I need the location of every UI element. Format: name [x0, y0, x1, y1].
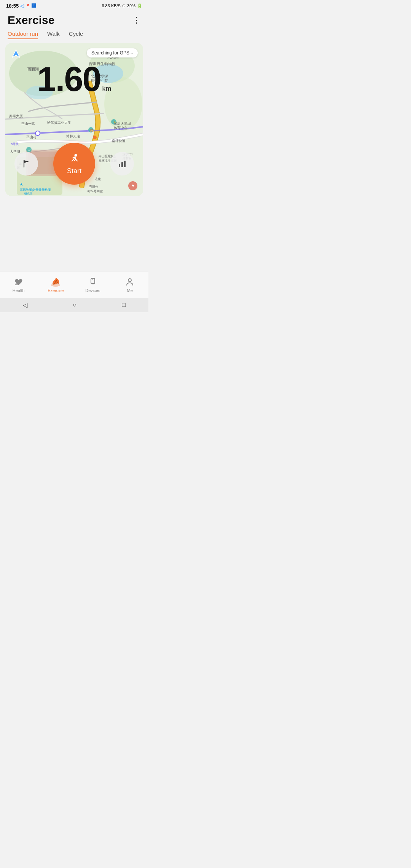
devices-label: Devices: [85, 288, 100, 293]
status-bar: 18:55 ◁ 📍 🅿 6.83 KB/S ⊖ 39% 🔋: [0, 0, 148, 11]
battery-level: 39%: [127, 3, 135, 8]
svg-text:平山一路: 平山一路: [21, 122, 35, 126]
svg-marker-48: [12, 50, 20, 57]
svg-text:🏃: 🏃: [113, 121, 117, 124]
recents-button[interactable]: □: [122, 302, 126, 308]
tab-outdoor-run[interactable]: Outdoor run: [8, 30, 38, 39]
svg-text:哈尔滨工业大学: 哈尔滨工业大学: [47, 121, 71, 124]
network-speed: 6.83 KB/S: [102, 3, 121, 8]
flag-button[interactable]: [14, 152, 38, 176]
app-icon: 🅿: [32, 3, 36, 8]
header: Exercise ⋮: [0, 11, 148, 30]
location-arrow-icon: [11, 48, 21, 59]
svg-text:有限公: 有限公: [89, 185, 98, 188]
svg-rect-46: [121, 162, 123, 167]
battery-icon: ⊖: [122, 3, 126, 8]
distance-value: 1.60: [37, 60, 100, 98]
start-label: Start: [67, 167, 81, 175]
status-left: 18:55 ◁ 📍 🅿: [6, 3, 36, 9]
svg-rect-54: [92, 283, 94, 284]
svg-text:体育中心: 体育中心: [114, 126, 127, 130]
start-button[interactable]: Start: [53, 143, 95, 185]
svg-text:⚑: ⚑: [131, 184, 135, 188]
devices-icon: [88, 276, 98, 287]
exercise-label: Exercise: [48, 288, 64, 293]
nav-icon: ◁: [20, 3, 24, 9]
me-label: Me: [127, 288, 133, 293]
system-nav-bar: ◁ ○ □: [0, 298, 148, 312]
status-right: 6.83 KB/S ⊖ 39% 🔋: [102, 3, 142, 8]
exercise-controls: Start: [5, 143, 143, 185]
svg-text:🏫: 🏫: [90, 128, 94, 132]
distance-display: 1.60km: [37, 62, 111, 96]
home-button[interactable]: ○: [73, 302, 76, 308]
poi-icon: ⚑: [128, 181, 138, 191]
map-view[interactable]: 西丽湖 深圳野生动物园 天鹅湖 北京大学深 圳研究生院 秦泰大厦 平山一路 哈尔…: [5, 43, 143, 196]
svg-point-40: [93, 136, 97, 139]
map-location-button[interactable]: [11, 48, 21, 59]
svg-text:南坪快速: 南坪快速: [112, 139, 126, 143]
svg-point-56: [128, 279, 131, 282]
exercise-icon: [50, 276, 61, 287]
gps-status-badge: Searching for GPS···: [87, 48, 138, 57]
status-time: 18:55: [6, 3, 19, 9]
svg-text:研究院: 研究院: [24, 192, 32, 195]
me-icon: [125, 276, 135, 287]
more-options-button[interactable]: ⋮: [132, 16, 141, 24]
svg-text:可24号阁室: 可24号阁室: [87, 190, 103, 193]
nav-item-exercise[interactable]: Exercise: [42, 276, 69, 293]
svg-rect-47: [124, 161, 126, 167]
battery-plug-icon: 🔋: [137, 3, 142, 8]
stats-icon: [117, 159, 127, 169]
run-icon: [67, 153, 81, 166]
svg-point-44: [75, 154, 77, 156]
flag-icon: [21, 159, 31, 169]
stats-button[interactable]: [110, 152, 134, 176]
tab-cycle[interactable]: Cycle: [69, 30, 83, 39]
health-icon: [14, 276, 24, 287]
health-label: Health: [13, 288, 25, 293]
svg-text:博林天瑞: 博林天瑞: [66, 134, 80, 138]
distance-unit: km: [102, 85, 112, 93]
nav-item-devices[interactable]: Devices: [80, 276, 106, 293]
page-title: Exercise: [8, 14, 54, 27]
nav-item-me[interactable]: Me: [116, 276, 143, 293]
location-icon: 📍: [25, 4, 30, 8]
nav-item-health[interactable]: Health: [5, 276, 32, 293]
svg-rect-45: [119, 164, 120, 167]
map-poi-button[interactable]: ⚑: [128, 181, 138, 191]
svg-text:高德地图|计量质量检测: 高德地图|计量质量检测: [20, 188, 51, 191]
tab-bar: Outdoor run Walk Cycle: [0, 30, 148, 39]
back-button[interactable]: ◁: [23, 302, 27, 309]
svg-text:平山村: 平山村: [26, 135, 37, 139]
bottom-navigation: Health Exercise Devices: [0, 271, 148, 298]
svg-text:秦泰大厦: 秦泰大厦: [9, 114, 23, 118]
tab-walk[interactable]: Walk: [47, 30, 60, 39]
